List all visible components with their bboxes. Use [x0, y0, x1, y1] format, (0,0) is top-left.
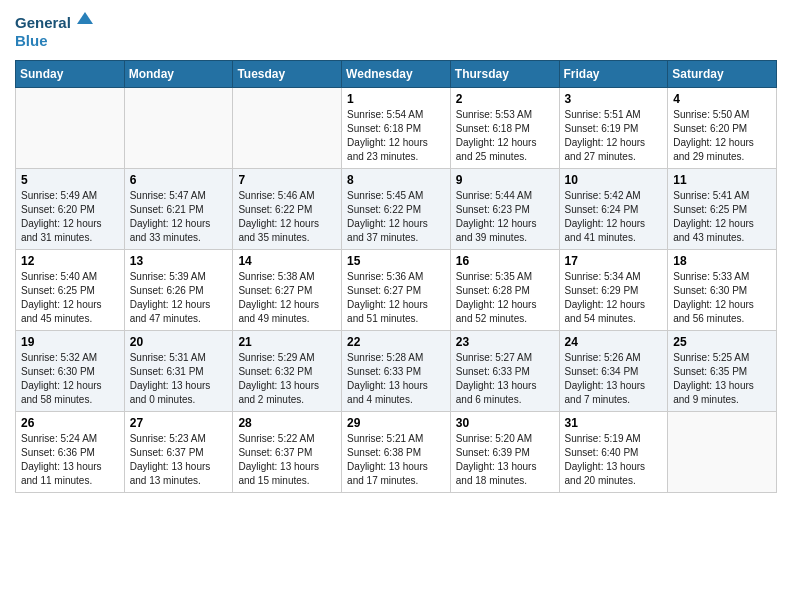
calendar-cell [233, 88, 342, 169]
calendar-cell: 12Sunrise: 5:40 AM Sunset: 6:25 PM Dayli… [16, 250, 125, 331]
day-detail: Sunrise: 5:51 AM Sunset: 6:19 PM Dayligh… [565, 108, 663, 164]
day-number: 6 [130, 173, 228, 187]
calendar-cell: 2Sunrise: 5:53 AM Sunset: 6:18 PM Daylig… [450, 88, 559, 169]
day-number: 28 [238, 416, 336, 430]
calendar-cell: 27Sunrise: 5:23 AM Sunset: 6:37 PM Dayli… [124, 412, 233, 493]
day-detail: Sunrise: 5:21 AM Sunset: 6:38 PM Dayligh… [347, 432, 445, 488]
svg-marker-1 [77, 12, 93, 24]
day-detail: Sunrise: 5:45 AM Sunset: 6:22 PM Dayligh… [347, 189, 445, 245]
calendar-cell [16, 88, 125, 169]
day-detail: Sunrise: 5:38 AM Sunset: 6:27 PM Dayligh… [238, 270, 336, 326]
day-number: 2 [456, 92, 554, 106]
day-number: 14 [238, 254, 336, 268]
day-detail: Sunrise: 5:40 AM Sunset: 6:25 PM Dayligh… [21, 270, 119, 326]
calendar-cell: 7Sunrise: 5:46 AM Sunset: 6:22 PM Daylig… [233, 169, 342, 250]
day-number: 30 [456, 416, 554, 430]
day-number: 20 [130, 335, 228, 349]
day-number: 12 [21, 254, 119, 268]
day-detail: Sunrise: 5:47 AM Sunset: 6:21 PM Dayligh… [130, 189, 228, 245]
calendar-cell: 30Sunrise: 5:20 AM Sunset: 6:39 PM Dayli… [450, 412, 559, 493]
day-number: 15 [347, 254, 445, 268]
day-number: 16 [456, 254, 554, 268]
calendar-cell: 9Sunrise: 5:44 AM Sunset: 6:23 PM Daylig… [450, 169, 559, 250]
day-detail: Sunrise: 5:34 AM Sunset: 6:29 PM Dayligh… [565, 270, 663, 326]
calendar-cell: 15Sunrise: 5:36 AM Sunset: 6:27 PM Dayli… [342, 250, 451, 331]
weekday-header-row: SundayMondayTuesdayWednesdayThursdayFrid… [16, 61, 777, 88]
logo: General Blue [15, 10, 95, 52]
day-detail: Sunrise: 5:24 AM Sunset: 6:36 PM Dayligh… [21, 432, 119, 488]
calendar-cell: 19Sunrise: 5:32 AM Sunset: 6:30 PM Dayli… [16, 331, 125, 412]
weekday-header-monday: Monday [124, 61, 233, 88]
calendar-week-5: 26Sunrise: 5:24 AM Sunset: 6:36 PM Dayli… [16, 412, 777, 493]
calendar-week-2: 5Sunrise: 5:49 AM Sunset: 6:20 PM Daylig… [16, 169, 777, 250]
calendar-cell: 25Sunrise: 5:25 AM Sunset: 6:35 PM Dayli… [668, 331, 777, 412]
day-detail: Sunrise: 5:19 AM Sunset: 6:40 PM Dayligh… [565, 432, 663, 488]
weekday-header-tuesday: Tuesday [233, 61, 342, 88]
calendar-cell: 24Sunrise: 5:26 AM Sunset: 6:34 PM Dayli… [559, 331, 668, 412]
day-detail: Sunrise: 5:27 AM Sunset: 6:33 PM Dayligh… [456, 351, 554, 407]
day-detail: Sunrise: 5:41 AM Sunset: 6:25 PM Dayligh… [673, 189, 771, 245]
calendar-cell: 23Sunrise: 5:27 AM Sunset: 6:33 PM Dayli… [450, 331, 559, 412]
day-number: 7 [238, 173, 336, 187]
day-detail: Sunrise: 5:44 AM Sunset: 6:23 PM Dayligh… [456, 189, 554, 245]
day-detail: Sunrise: 5:35 AM Sunset: 6:28 PM Dayligh… [456, 270, 554, 326]
day-number: 3 [565, 92, 663, 106]
calendar-cell: 14Sunrise: 5:38 AM Sunset: 6:27 PM Dayli… [233, 250, 342, 331]
day-number: 29 [347, 416, 445, 430]
day-number: 1 [347, 92, 445, 106]
calendar-cell: 20Sunrise: 5:31 AM Sunset: 6:31 PM Dayli… [124, 331, 233, 412]
calendar-week-3: 12Sunrise: 5:40 AM Sunset: 6:25 PM Dayli… [16, 250, 777, 331]
calendar-cell: 3Sunrise: 5:51 AM Sunset: 6:19 PM Daylig… [559, 88, 668, 169]
day-number: 21 [238, 335, 336, 349]
day-detail: Sunrise: 5:29 AM Sunset: 6:32 PM Dayligh… [238, 351, 336, 407]
calendar-cell: 16Sunrise: 5:35 AM Sunset: 6:28 PM Dayli… [450, 250, 559, 331]
calendar-cell: 29Sunrise: 5:21 AM Sunset: 6:38 PM Dayli… [342, 412, 451, 493]
calendar-cell: 13Sunrise: 5:39 AM Sunset: 6:26 PM Dayli… [124, 250, 233, 331]
weekday-header-friday: Friday [559, 61, 668, 88]
calendar-week-4: 19Sunrise: 5:32 AM Sunset: 6:30 PM Dayli… [16, 331, 777, 412]
svg-text:General: General [15, 14, 71, 31]
calendar-cell: 4Sunrise: 5:50 AM Sunset: 6:20 PM Daylig… [668, 88, 777, 169]
weekday-header-thursday: Thursday [450, 61, 559, 88]
day-detail: Sunrise: 5:54 AM Sunset: 6:18 PM Dayligh… [347, 108, 445, 164]
day-number: 22 [347, 335, 445, 349]
calendar-table: SundayMondayTuesdayWednesdayThursdayFrid… [15, 60, 777, 493]
day-detail: Sunrise: 5:33 AM Sunset: 6:30 PM Dayligh… [673, 270, 771, 326]
day-detail: Sunrise: 5:50 AM Sunset: 6:20 PM Dayligh… [673, 108, 771, 164]
calendar-cell: 21Sunrise: 5:29 AM Sunset: 6:32 PM Dayli… [233, 331, 342, 412]
day-number: 13 [130, 254, 228, 268]
day-number: 5 [21, 173, 119, 187]
day-detail: Sunrise: 5:42 AM Sunset: 6:24 PM Dayligh… [565, 189, 663, 245]
day-detail: Sunrise: 5:25 AM Sunset: 6:35 PM Dayligh… [673, 351, 771, 407]
calendar-cell: 1Sunrise: 5:54 AM Sunset: 6:18 PM Daylig… [342, 88, 451, 169]
calendar-header: SundayMondayTuesdayWednesdayThursdayFrid… [16, 61, 777, 88]
day-detail: Sunrise: 5:49 AM Sunset: 6:20 PM Dayligh… [21, 189, 119, 245]
day-detail: Sunrise: 5:22 AM Sunset: 6:37 PM Dayligh… [238, 432, 336, 488]
day-detail: Sunrise: 5:32 AM Sunset: 6:30 PM Dayligh… [21, 351, 119, 407]
day-number: 10 [565, 173, 663, 187]
day-detail: Sunrise: 5:46 AM Sunset: 6:22 PM Dayligh… [238, 189, 336, 245]
day-detail: Sunrise: 5:31 AM Sunset: 6:31 PM Dayligh… [130, 351, 228, 407]
day-detail: Sunrise: 5:26 AM Sunset: 6:34 PM Dayligh… [565, 351, 663, 407]
day-detail: Sunrise: 5:53 AM Sunset: 6:18 PM Dayligh… [456, 108, 554, 164]
day-number: 19 [21, 335, 119, 349]
weekday-header-sunday: Sunday [16, 61, 125, 88]
day-detail: Sunrise: 5:39 AM Sunset: 6:26 PM Dayligh… [130, 270, 228, 326]
calendar-cell: 31Sunrise: 5:19 AM Sunset: 6:40 PM Dayli… [559, 412, 668, 493]
calendar-cell: 18Sunrise: 5:33 AM Sunset: 6:30 PM Dayli… [668, 250, 777, 331]
calendar-cell: 11Sunrise: 5:41 AM Sunset: 6:25 PM Dayli… [668, 169, 777, 250]
day-number: 4 [673, 92, 771, 106]
calendar-body: 1Sunrise: 5:54 AM Sunset: 6:18 PM Daylig… [16, 88, 777, 493]
day-detail: Sunrise: 5:23 AM Sunset: 6:37 PM Dayligh… [130, 432, 228, 488]
weekday-header-saturday: Saturday [668, 61, 777, 88]
day-number: 8 [347, 173, 445, 187]
logo-svg: General Blue [15, 10, 95, 52]
day-number: 17 [565, 254, 663, 268]
calendar-cell: 8Sunrise: 5:45 AM Sunset: 6:22 PM Daylig… [342, 169, 451, 250]
page-header: General Blue [15, 10, 777, 52]
calendar-cell [668, 412, 777, 493]
day-detail: Sunrise: 5:36 AM Sunset: 6:27 PM Dayligh… [347, 270, 445, 326]
day-detail: Sunrise: 5:20 AM Sunset: 6:39 PM Dayligh… [456, 432, 554, 488]
day-number: 23 [456, 335, 554, 349]
calendar-cell: 26Sunrise: 5:24 AM Sunset: 6:36 PM Dayli… [16, 412, 125, 493]
